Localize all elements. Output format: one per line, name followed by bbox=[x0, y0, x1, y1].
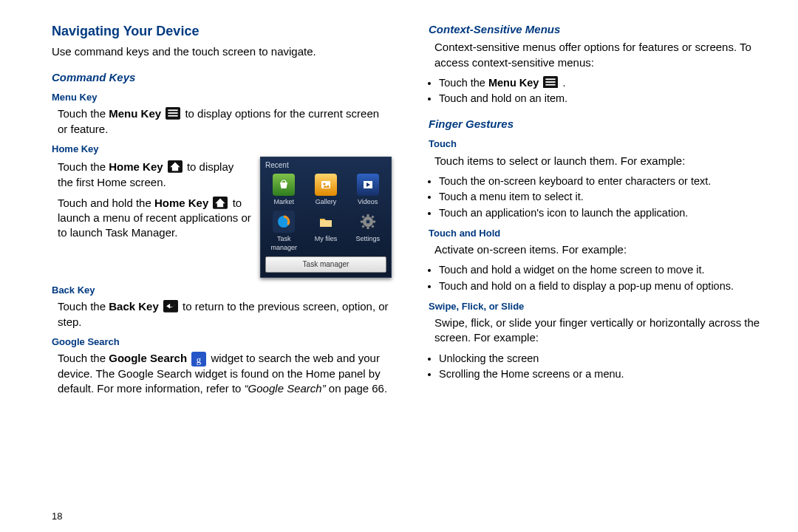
google-search-heading: Google Search bbox=[52, 335, 392, 349]
tile-videos: Videos bbox=[349, 174, 386, 206]
touch-bullet-2: Touch a menu item to select it. bbox=[439, 190, 768, 205]
touch-bullet-1: Touch the on-screen keyboard to enter ch… bbox=[439, 174, 768, 189]
touch-bullet-3: Touch an application's icon to launch th… bbox=[439, 206, 768, 221]
back-key-icon bbox=[163, 300, 178, 313]
svg-line-19 bbox=[372, 216, 373, 218]
home-key-icon bbox=[168, 160, 183, 174]
svg-rect-25 bbox=[546, 78, 556, 80]
svg-rect-2 bbox=[168, 112, 178, 114]
swipe-heading: Swipe, Flick, or Slide bbox=[429, 300, 768, 313]
intro-text: Use command keys and the touch screen to… bbox=[52, 44, 392, 59]
touch-hold-heading: Touch and Hold bbox=[429, 227, 768, 240]
home-key-text-2: Touch and hold the Home Key to launch a … bbox=[58, 196, 251, 241]
svg-line-20 bbox=[362, 226, 364, 228]
tile-market: Market bbox=[265, 174, 303, 206]
google-search-text: Touch the Google Search g widget to sear… bbox=[58, 351, 392, 396]
svg-rect-10 bbox=[320, 220, 332, 227]
swipe-bullet-2: Scrolling the Home screens or a menu. bbox=[439, 367, 768, 382]
context-menus-intro: Context-sensitive menus offer options fo… bbox=[434, 40, 768, 70]
tile-settings: Settings bbox=[349, 211, 386, 252]
touch-hold-bullet-2: Touch and hold on a field to display a p… bbox=[439, 279, 768, 294]
task-manager-button: Task manager bbox=[265, 256, 386, 273]
tile-my-files: My files bbox=[307, 211, 345, 252]
svg-rect-27 bbox=[546, 84, 556, 86]
touch-intro: Touch items to select or launch them. Fo… bbox=[434, 154, 768, 168]
left-column: Navigating Your Device Use command keys … bbox=[52, 22, 392, 525]
menu-key-heading: Menu Key bbox=[52, 91, 392, 104]
tile-gallery: Gallery bbox=[307, 174, 345, 206]
svg-rect-1 bbox=[168, 110, 178, 112]
back-key-text: Touch the Back Key to return to the prev… bbox=[58, 299, 392, 330]
svg-rect-26 bbox=[546, 81, 556, 83]
touch-heading: Touch bbox=[429, 137, 768, 151]
tile-task-manager: Task manager bbox=[265, 211, 303, 252]
menu-key-icon bbox=[166, 107, 180, 120]
menu-key-text: Touch the Menu Key to display options fo… bbox=[58, 106, 392, 137]
context-bullet-1: Touch the Menu Key . bbox=[439, 76, 768, 91]
touch-hold-intro: Activate on-screen items. For example: bbox=[434, 242, 768, 257]
svg-line-17 bbox=[362, 216, 364, 218]
menu-key-icon bbox=[543, 76, 558, 89]
svg-point-12 bbox=[366, 220, 369, 224]
svg-point-7 bbox=[323, 183, 325, 185]
touch-hold-bullet-1: Touch and hold a widget on the home scre… bbox=[439, 263, 768, 278]
home-key-text-1: Touch the Home Key to display the first … bbox=[58, 160, 251, 190]
page-title: Navigating Your Device bbox=[52, 22, 392, 40]
svg-rect-3 bbox=[168, 115, 178, 117]
back-key-heading: Back Key bbox=[52, 284, 392, 297]
recent-header: Recent bbox=[265, 160, 386, 171]
recent-apps-panel: Recent Market Gallery Videos bbox=[260, 157, 392, 277]
svg-line-18 bbox=[372, 226, 373, 228]
right-column: Context-Sensitive Menus Context-sensitiv… bbox=[429, 22, 768, 525]
home-key-heading: Home Key bbox=[52, 143, 392, 156]
svg-rect-21 bbox=[163, 300, 178, 313]
swipe-intro: Swipe, flick, or slide your finger verti… bbox=[434, 316, 768, 346]
svg-text:g: g bbox=[197, 355, 202, 365]
context-bullet-2: Touch and hold on an item. bbox=[439, 92, 768, 106]
home-key-icon-2 bbox=[213, 197, 228, 210]
swipe-bullet-1: Unlocking the screen bbox=[439, 352, 768, 366]
command-keys-heading: Command Keys bbox=[52, 70, 392, 85]
page: Navigating Your Device Use command keys … bbox=[0, 0, 798, 532]
google-search-icon: g bbox=[191, 352, 206, 365]
page-number: 18 bbox=[52, 510, 62, 523]
context-menus-heading: Context-Sensitive Menus bbox=[429, 22, 768, 37]
finger-gestures-heading: Finger Gestures bbox=[429, 117, 768, 132]
